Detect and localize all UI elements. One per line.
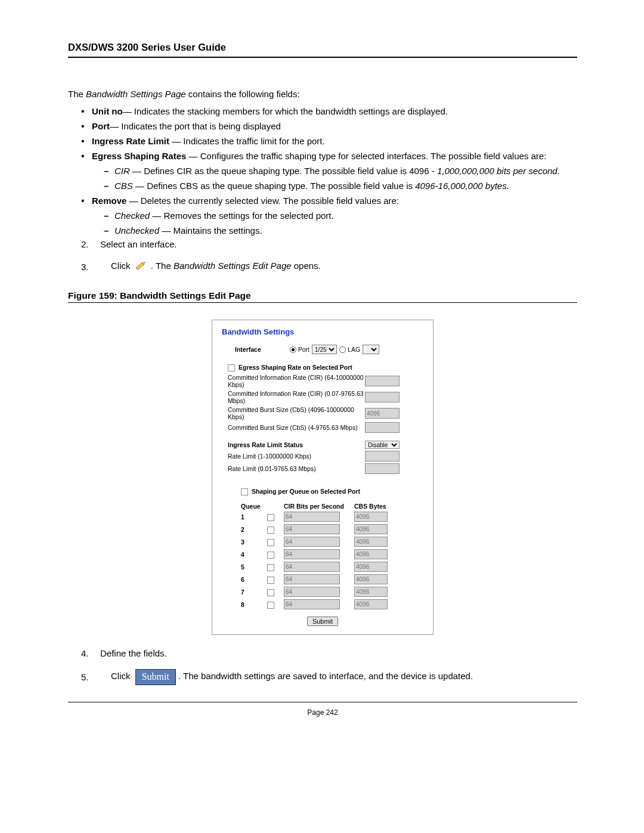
steps-list: 2.Select an interface. 3. Click . The [68, 239, 577, 274]
queue-cbs-input[interactable] [354, 599, 388, 609]
label: Rate Limit (0.01-9765.63 Mbps) [228, 465, 365, 472]
label: Committed Information Rate (CIR) (0.07-9… [228, 390, 365, 404]
queue-cir-input[interactable] [284, 537, 340, 547]
port-label: Port [298, 346, 309, 353]
suffix: . The bandwidth settings are saved to in… [178, 671, 473, 682]
desc: — Removes the settings for the selected … [150, 210, 333, 221]
cir-kbps-row: Committed Information Rate (CIR) (64-100… [228, 374, 423, 388]
sub-checked: Checked — Removes the settings for the s… [104, 209, 577, 222]
shaping-checkbox[interactable] [241, 488, 248, 496]
queue-checkbox[interactable] [267, 527, 274, 534]
mid: — Defines CBS as the queue shaping type.… [133, 181, 415, 191]
figure-rule [68, 302, 577, 303]
suffix: opens. [292, 261, 321, 271]
queue-cbs-input[interactable] [354, 537, 388, 547]
sub-cbs: CBS — Defines CBS as the queue shaping t… [104, 179, 577, 192]
queue-num: 4 [241, 551, 267, 558]
rate-limit-mbps-input[interactable] [365, 463, 400, 474]
step-text: Select an interface. [100, 239, 177, 249]
val: 1,000,000,000 bits per second. [437, 166, 560, 176]
page-ref: Bandwidth Settings Edit Page [174, 261, 292, 271]
queue-cbs-input[interactable] [354, 512, 388, 522]
submit-button[interactable]: Submit [307, 617, 338, 626]
figure-caption: Figure 159: Bandwidth Settings Edit Page [68, 290, 577, 301]
egress-header-row: Egress Shaping Rate on Selected Port [228, 364, 423, 371]
desc: — Indicates the port that is being displ… [110, 121, 281, 131]
queue-num: 2 [241, 526, 267, 533]
ingress-status-select[interactable]: Disable [365, 441, 400, 449]
queue-cir-input[interactable] [284, 599, 340, 609]
mid: — Defines CIR as the queue shaping type.… [130, 166, 437, 176]
term: Unit no [92, 106, 123, 116]
step-num: 5. [81, 672, 89, 682]
pencil-icon [133, 260, 148, 274]
queue-cir-input[interactable] [284, 524, 340, 534]
queue-cir-input[interactable] [284, 587, 340, 597]
queue-cir-input[interactable] [284, 512, 340, 522]
queue-checkbox[interactable] [267, 589, 274, 596]
step-4: 4.Define the fields. [81, 648, 577, 658]
cir-kbps-input[interactable] [365, 376, 400, 386]
queue-checkbox[interactable] [267, 552, 274, 559]
term: Checked [114, 210, 150, 221]
queue-cbs-input[interactable] [354, 574, 388, 584]
ingress-status-row: Ingress Rate Limit StatusDisable [228, 441, 423, 449]
label: Ingress Rate Limit Status [228, 441, 365, 448]
queue-num: 7 [241, 589, 267, 596]
lag-label: LAG [348, 346, 360, 353]
col-queue: Queue [241, 503, 267, 510]
cir-mbps-input[interactable] [365, 392, 400, 402]
queue-num: 3 [241, 538, 267, 546]
rate-limit-kbps-input[interactable] [365, 451, 400, 462]
queue-checkbox[interactable] [267, 577, 274, 584]
queue-cbs-input[interactable] [354, 587, 388, 597]
header-rule [68, 57, 577, 58]
screenshot-panel: Bandwidth Settings Interface Port 1/25 L… [212, 320, 434, 635]
queue-checkbox[interactable] [267, 602, 274, 609]
queue-cir-input[interactable] [284, 562, 340, 572]
queue-num: 5 [241, 563, 267, 571]
lag-radio[interactable] [339, 346, 346, 353]
queue-cir-input[interactable] [284, 549, 340, 559]
shaping-header: Shaping per Queue on Selected Port [252, 488, 360, 495]
term: CIR [114, 166, 130, 176]
cbs-kbps-input[interactable] [365, 408, 400, 419]
queue-cbs-input[interactable] [354, 562, 388, 572]
intro-page-name: Bandwidth Settings Page [86, 89, 186, 99]
queue-cbs-input[interactable] [354, 549, 388, 559]
queue-checkbox[interactable] [267, 539, 274, 546]
panel-title: Bandwidth Settings [222, 327, 423, 336]
queue-checkbox[interactable] [267, 564, 274, 571]
lag-select[interactable] [363, 345, 379, 354]
queue-checkbox[interactable] [267, 514, 274, 521]
label: Committed Burst Size (CbS) (4-9765.63 Mb… [228, 424, 365, 431]
step-2: 2.Select an interface. [81, 239, 577, 249]
queue-cir-input[interactable] [284, 574, 340, 584]
prefix: Click [111, 671, 133, 682]
desc: — Indicates the traffic limit for the po… [172, 136, 325, 146]
step-text: Click . The Bandwidth Settings Edit Page… [111, 260, 321, 274]
inline-submit-button[interactable]: Submit [135, 669, 176, 685]
port-select[interactable]: 1/25 [312, 345, 337, 354]
step-num: 3. [81, 262, 89, 272]
egress-sublist: CIR — Defines CIR as the queue shaping t… [104, 165, 577, 192]
cbs-mbps-input[interactable] [365, 422, 400, 433]
desc: — Deletes the currently selected view. T… [129, 196, 399, 206]
step-5: 5. Click Submit. The bandwidth settings … [81, 669, 577, 685]
sub-unchecked: Unchecked — Maintains the settings. [104, 224, 577, 237]
queue-row: 2 [241, 524, 423, 534]
field-ingress: Ingress Rate Limit — Indicates the traff… [81, 135, 577, 147]
term: Unchecked [114, 225, 159, 236]
queue-row: 4 [241, 549, 423, 559]
step-num: 4. [81, 648, 89, 658]
egress-checkbox[interactable] [228, 364, 235, 371]
field-list: Unit no— Indicates the stacking members … [81, 105, 577, 237]
field-unit-no: Unit no— Indicates the stacking members … [81, 105, 577, 117]
queue-num: 6 [241, 576, 267, 583]
queue-cbs-input[interactable] [354, 524, 388, 534]
sub-cir: CIR — Defines CIR as the queue shaping t… [104, 165, 577, 177]
step-num: 2. [81, 239, 89, 249]
prefix: Click [111, 261, 133, 271]
term: Remove [92, 196, 129, 206]
port-radio[interactable] [290, 346, 296, 353]
